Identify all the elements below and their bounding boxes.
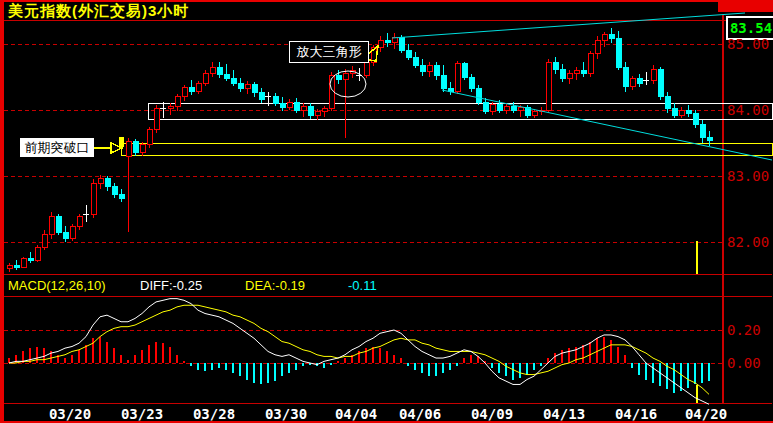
macd-axis-label: 0.00 — [727, 355, 773, 371]
date-label: 04/16 — [613, 406, 659, 422]
chart-canvas[interactable] — [0, 0, 773, 423]
date-label: 04/09 — [469, 406, 515, 422]
upper-expanding-line — [392, 13, 745, 38]
date-label: 03/23 — [119, 406, 165, 422]
date-label: 04/13 — [541, 406, 587, 422]
macd-params-label[interactable]: MACD(12,26,10) — [8, 278, 106, 293]
annotation-previous-breakout[interactable]: 前期突破口 — [20, 138, 94, 157]
date-label: 03/28 — [191, 406, 237, 422]
annotation-expanding-triangle[interactable]: 放大三角形 — [289, 41, 369, 63]
macd-axis-label: 0.20 — [727, 322, 773, 338]
price-axis-label: 83.00 — [727, 168, 773, 184]
trading-chart-window: 美元指数(外汇交易)3小时 83.54 85.00 84.00 83.00 82… — [0, 0, 773, 423]
macd-dea-value: DEA:-0.19 — [245, 278, 305, 293]
chart-title: 美元指数(外汇交易)3小时 — [8, 2, 189, 21]
price-axis-label: 85.00 — [727, 36, 773, 52]
date-label: 04/06 — [397, 406, 443, 422]
resistance-box — [148, 103, 772, 119]
window-corner-block — [718, 0, 773, 12]
price-axis-label: 84.00 — [727, 102, 773, 118]
window-border-left — [0, 0, 4, 423]
date-label: 03/30 — [263, 406, 309, 422]
breakout-corner-marker — [119, 137, 124, 147]
date-label: 04/04 — [333, 406, 379, 422]
date-label: 04/20 — [683, 406, 729, 422]
generated-chart — [4, 13, 772, 404]
macd-bar-value: -0.11 — [348, 278, 377, 293]
macd-diff-value: DIFF:-0.25 — [140, 278, 202, 293]
date-label: 03/20 — [47, 406, 93, 422]
price-axis-label: 82.00 — [727, 234, 773, 250]
breakout-box — [121, 143, 772, 156]
